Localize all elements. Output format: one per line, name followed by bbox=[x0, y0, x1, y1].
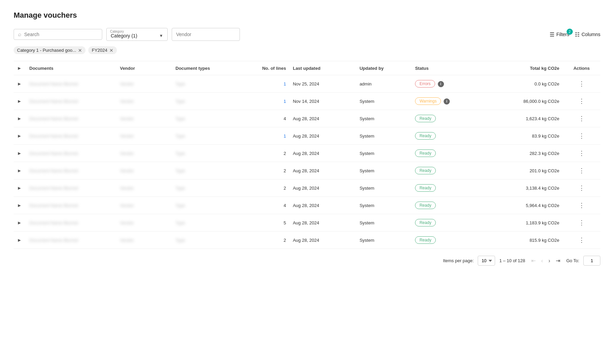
doctype-name: Type bbox=[175, 220, 185, 225]
doctype-name: Type bbox=[175, 81, 185, 86]
category-select[interactable]: Category Category (1) ▼ bbox=[106, 28, 168, 41]
row-last-updated-cell: Aug 28, 2024 bbox=[289, 127, 356, 145]
expand-row-icon[interactable]: ► bbox=[17, 98, 22, 104]
expand-row-icon[interactable]: ► bbox=[17, 116, 22, 121]
lines-link[interactable]: 1 bbox=[283, 133, 286, 139]
vendor-name: Vendor bbox=[120, 81, 134, 86]
row-status-cell: Ready bbox=[412, 110, 479, 127]
row-doc-cell: Document Name Blurred bbox=[26, 197, 117, 214]
row-lines-cell: 2 bbox=[240, 179, 290, 197]
row-actions-cell: ⋮ bbox=[563, 214, 600, 232]
expand-row-icon[interactable]: ► bbox=[17, 220, 22, 225]
pagination: Items per page: 10 5 25 50 1 – 10 of 128… bbox=[14, 249, 600, 266]
row-actions-menu-icon[interactable]: ⋮ bbox=[579, 185, 585, 191]
row-total-cell: 0.0 kg CO2e bbox=[479, 75, 563, 93]
row-status-cell: Ready bbox=[412, 127, 479, 145]
th-status: Status bbox=[412, 61, 479, 75]
row-last-updated-cell: Aug 28, 2024 bbox=[289, 197, 356, 214]
row-lines-cell: 2 bbox=[240, 162, 290, 179]
row-status-cell: Ready bbox=[412, 145, 479, 162]
expand-row-icon[interactable]: ► bbox=[17, 237, 22, 243]
search-box[interactable]: ⌕ bbox=[14, 29, 102, 40]
row-doctype-cell: Type bbox=[172, 75, 240, 93]
goto-input[interactable] bbox=[583, 256, 600, 266]
status-info-icon[interactable]: i bbox=[444, 98, 450, 105]
goto-label: Go To: bbox=[566, 258, 579, 263]
row-actions-menu-icon[interactable]: ⋮ bbox=[579, 219, 585, 226]
row-actions-cell: ⋮ bbox=[563, 145, 600, 162]
vendor-name: Vendor bbox=[120, 238, 134, 243]
vendor-input[interactable] bbox=[172, 28, 240, 41]
expand-row-icon[interactable]: ► bbox=[17, 185, 22, 191]
row-actions-menu-icon[interactable]: ⋮ bbox=[579, 150, 585, 157]
expand-all-icon[interactable]: ► bbox=[17, 65, 22, 71]
expand-row-icon[interactable]: ► bbox=[17, 168, 22, 173]
filters-button[interactable]: ☰ Filters 2 bbox=[550, 31, 569, 38]
row-actions-menu-icon[interactable]: ⋮ bbox=[579, 202, 585, 209]
toolbar: ⌕ Category Category (1) ▼ ☰ Filters 2 ☷ … bbox=[14, 28, 600, 41]
expand-row-icon[interactable]: ► bbox=[17, 203, 22, 208]
lines-link[interactable]: 1 bbox=[283, 99, 286, 104]
filter-chip-fy2024-label: FY2024 bbox=[92, 48, 107, 53]
columns-button[interactable]: ☷ Columns bbox=[575, 31, 600, 38]
lines-value: 2 bbox=[283, 151, 286, 156]
row-updated-by-cell: System bbox=[356, 214, 412, 232]
page-container: Manage vouchers ⌕ Category Category (1) … bbox=[0, 0, 614, 276]
row-actions-menu-icon[interactable]: ⋮ bbox=[579, 167, 585, 174]
doctype-name: Type bbox=[175, 116, 185, 121]
doc-name: Document Name Blurred bbox=[29, 238, 78, 243]
status-info-icon[interactable]: i bbox=[438, 81, 444, 87]
expand-row-icon[interactable]: ► bbox=[17, 81, 22, 86]
doctype-name: Type bbox=[175, 168, 185, 173]
row-vendor-cell: Vendor bbox=[117, 110, 172, 127]
prev-page-button[interactable]: ‹ bbox=[539, 256, 545, 265]
doc-name: Document Name Blurred bbox=[29, 186, 78, 191]
row-total-cell: 5,964.4 kg CO2e bbox=[479, 197, 563, 214]
row-last-updated-cell: Aug 28, 2024 bbox=[289, 145, 356, 162]
status-badge: Ready bbox=[415, 132, 436, 140]
filter-chip-category-remove[interactable]: ✕ bbox=[78, 48, 82, 53]
th-documents: Documents bbox=[26, 61, 117, 75]
row-lines-cell: 2 bbox=[240, 232, 290, 249]
row-actions-menu-icon[interactable]: ⋮ bbox=[579, 80, 585, 87]
row-updated-by-cell: System bbox=[356, 197, 412, 214]
expand-row-icon[interactable]: ► bbox=[17, 151, 22, 156]
status-badge: Ready bbox=[415, 184, 436, 192]
doctype-name: Type bbox=[175, 99, 185, 104]
row-actions-menu-icon[interactable]: ⋮ bbox=[579, 98, 585, 105]
filters-badge: 2 bbox=[567, 29, 573, 35]
row-doctype-cell: Type bbox=[172, 145, 240, 162]
status-badge: Ready bbox=[415, 219, 436, 226]
row-doctype-cell: Type bbox=[172, 197, 240, 214]
th-document-types: Document types bbox=[172, 61, 240, 75]
row-actions-menu-icon[interactable]: ⋮ bbox=[579, 115, 585, 122]
lines-link[interactable]: 1 bbox=[283, 81, 286, 86]
filter-chip-category: Category 1 - Purchased goo... ✕ bbox=[14, 46, 86, 54]
vendor-name: Vendor bbox=[120, 203, 134, 208]
table-row: ► Document Name Blurred Vendor Type 5 Au… bbox=[14, 214, 600, 232]
filter-chip-fy2024-remove[interactable]: ✕ bbox=[109, 48, 113, 53]
filters-icon: ☰ bbox=[550, 31, 554, 38]
next-page-button[interactable]: › bbox=[547, 256, 552, 265]
row-status-cell: Ready bbox=[412, 179, 479, 197]
row-status-cell: Errors i bbox=[412, 75, 479, 93]
expand-row-icon[interactable]: ► bbox=[17, 133, 22, 139]
doc-name: Document Name Blurred bbox=[29, 133, 78, 139]
per-page-select[interactable]: 10 5 25 50 bbox=[478, 256, 495, 266]
row-doctype-cell: Type bbox=[172, 162, 240, 179]
row-total-cell: 3,138.4 kg CO2e bbox=[479, 179, 563, 197]
first-page-button[interactable]: ⇤ bbox=[529, 256, 538, 265]
table-row: ► Document Name Blurred Vendor Type 1 No… bbox=[14, 75, 600, 93]
row-actions-menu-icon[interactable]: ⋮ bbox=[579, 237, 585, 243]
vendor-name: Vendor bbox=[120, 220, 134, 225]
search-input[interactable] bbox=[24, 32, 98, 37]
row-lines-cell: 2 bbox=[240, 145, 290, 162]
row-expand-cell: ► bbox=[14, 110, 26, 127]
row-actions-cell: ⋮ bbox=[563, 110, 600, 127]
last-page-button[interactable]: ⇥ bbox=[554, 256, 562, 265]
row-doc-cell: Document Name Blurred bbox=[26, 145, 117, 162]
category-value: Category (1) bbox=[111, 33, 137, 38]
table-row: ► Document Name Blurred Vendor Type 4 Au… bbox=[14, 110, 600, 127]
row-vendor-cell: Vendor bbox=[117, 214, 172, 232]
row-actions-menu-icon[interactable]: ⋮ bbox=[579, 132, 585, 139]
